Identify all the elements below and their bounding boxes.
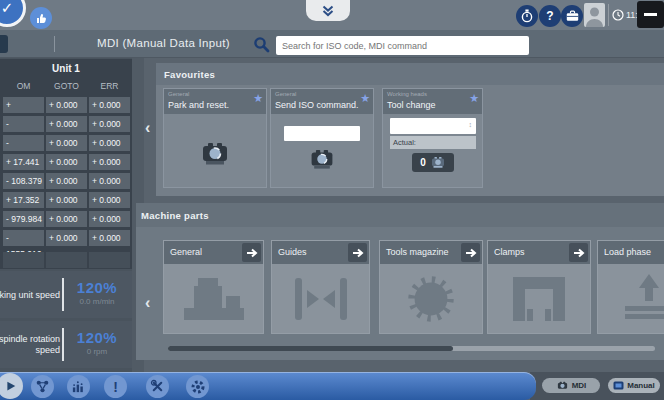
machine-icon xyxy=(200,141,230,167)
card-header: Tools magazine xyxy=(380,241,482,264)
speed-value: 0 rpm xyxy=(66,347,128,356)
arrow-right-icon xyxy=(572,247,585,259)
search-input[interactable] xyxy=(276,36,529,55)
favourite-star-icon[interactable]: ★ xyxy=(469,92,479,105)
om-value: + 333.828 xyxy=(3,97,44,113)
machine-part-card-guides[interactable]: Guides xyxy=(271,240,370,334)
favourite-card-tool-change[interactable]: Working heads Tool change ★ ↕ Actual: 0 xyxy=(382,88,483,188)
gear-icon xyxy=(190,379,206,395)
help-button[interactable]: ? xyxy=(539,5,561,27)
collapse-panel-tab[interactable] xyxy=(306,0,350,21)
tool-number-input[interactable] xyxy=(390,118,476,134)
om-value: + 17.441 xyxy=(3,154,44,170)
timer-button[interactable] xyxy=(516,5,538,27)
horizontal-scrollbar-thumb[interactable] xyxy=(168,346,453,351)
goto-value: + 0.000 xyxy=(46,192,87,208)
manual-mode-toggle[interactable]: Manual xyxy=(608,378,660,393)
iso-command-input[interactable] xyxy=(284,126,360,141)
mdi-mode-toggle[interactable]: MDI xyxy=(542,378,600,393)
card-header: Working heads Tool change ★ xyxy=(383,89,482,114)
err-value: + 0.000 xyxy=(89,154,130,170)
card-header: General Park and reset. ★ xyxy=(164,89,266,114)
arrow-right-icon xyxy=(245,247,258,259)
card-title: Tools magazine xyxy=(386,247,449,257)
goto-value: + 0.000 xyxy=(46,154,87,170)
check-icon: ✓ xyxy=(1,0,14,17)
chevron-left-icon[interactable]: ‹ xyxy=(145,118,150,138)
process-button[interactable] xyxy=(31,375,54,398)
unit-title: Unit 1 xyxy=(0,63,132,74)
goto-value: + 0.000 xyxy=(46,173,87,189)
machine-part-card-clamps[interactable]: Clamps xyxy=(487,240,591,334)
column-header-err: ERR xyxy=(89,81,130,91)
arrow-right-icon xyxy=(351,247,364,259)
wrench-screwdriver-icon xyxy=(150,379,165,394)
err-value: + 0.000 xyxy=(89,192,130,208)
card-category: General xyxy=(168,91,189,97)
spinner-icon[interactable]: ↕ xyxy=(469,121,473,128)
err-value: + 0.000 xyxy=(89,135,130,151)
actual-label: Actual: xyxy=(393,138,416,147)
card-header: Clamps xyxy=(488,241,590,264)
err-value: + 0.000 xyxy=(89,97,130,113)
open-arrow-button[interactable] xyxy=(348,243,367,262)
page-title: MDI (Manual Data Input) xyxy=(97,37,230,49)
machine-part-card-tools-magazine[interactable]: Tools magazine xyxy=(379,240,483,334)
unit-coordinate-table: Unit 1 OM GOTO ERR + 333.828 + 0.000 + 0… xyxy=(0,59,132,269)
toolbox-button[interactable] xyxy=(561,5,583,27)
arrow-right-icon xyxy=(464,247,477,259)
favourite-star-icon[interactable]: ★ xyxy=(360,92,370,105)
err-value: + 0.000 xyxy=(89,211,130,227)
card-title: Park and reset. xyxy=(168,100,229,110)
pendant-icon xyxy=(613,381,624,390)
om-value: - 2535.000 xyxy=(3,116,44,132)
om-value: - 1285.365 xyxy=(3,135,44,151)
topbar-divider xyxy=(608,4,609,26)
machine-icon xyxy=(430,156,446,169)
header-divider xyxy=(54,36,55,52)
play-icon xyxy=(3,379,17,393)
err-value: + 0.000 xyxy=(89,230,130,246)
chevron-left-icon[interactable]: ‹ xyxy=(145,293,150,313)
om-value: - 1555.016 xyxy=(3,230,44,246)
clock-icon xyxy=(612,9,624,21)
om-value: + 17.352 xyxy=(3,192,44,208)
minimize-button[interactable] xyxy=(637,1,664,28)
process-flow-icon xyxy=(35,379,50,394)
tool-change-badge[interactable]: 0 xyxy=(412,153,454,172)
exclamation-icon: ! xyxy=(113,379,118,395)
favourite-star-icon[interactable]: ★ xyxy=(253,92,263,105)
machine-icon xyxy=(309,148,335,171)
open-arrow-button[interactable] xyxy=(461,243,480,262)
machine-part-card-general[interactable]: General xyxy=(163,240,264,334)
statistics-button[interactable] xyxy=(67,375,90,398)
goto-value: + 0.000 xyxy=(46,97,87,113)
open-arrow-button[interactable] xyxy=(569,243,588,262)
briefcase-icon xyxy=(566,10,579,22)
goto-value: + 0.000 xyxy=(46,211,87,227)
guides-icon xyxy=(293,276,349,322)
machine-part-card-load-phase[interactable]: Load phase xyxy=(597,240,664,334)
card-category: General xyxy=(275,91,296,97)
chevron-double-down-icon xyxy=(319,4,337,18)
axes-nav-icon[interactable]: ↕ xyxy=(0,35,8,53)
like-button[interactable] xyxy=(30,7,52,29)
speed-override-percent: 120% xyxy=(66,279,128,296)
tools-button[interactable] xyxy=(146,375,169,398)
goto-value: + 0.000 xyxy=(46,116,87,132)
alerts-button[interactable]: ! xyxy=(104,375,127,398)
clamps-icon xyxy=(511,275,567,323)
machine-parts-title: Machine parts xyxy=(141,210,209,221)
card-category: Working heads xyxy=(387,91,427,97)
user-avatar[interactable] xyxy=(584,3,605,27)
settings-button[interactable] xyxy=(186,375,209,398)
goto-value: + 0.000 xyxy=(46,135,87,151)
favourite-card-send-iso-command[interactable]: General Send ISO command. ★ xyxy=(270,88,374,188)
general-machine-icon xyxy=(182,274,246,324)
actual-tool-row: Actual: xyxy=(390,136,476,149)
stopwatch-icon xyxy=(521,9,533,23)
favourite-card-park-and-reset[interactable]: General Park and reset. ★ xyxy=(163,88,267,188)
err-value: + 0.000 xyxy=(89,116,130,132)
actual-tool-value: 0 xyxy=(420,157,426,168)
open-arrow-button[interactable] xyxy=(242,243,261,262)
